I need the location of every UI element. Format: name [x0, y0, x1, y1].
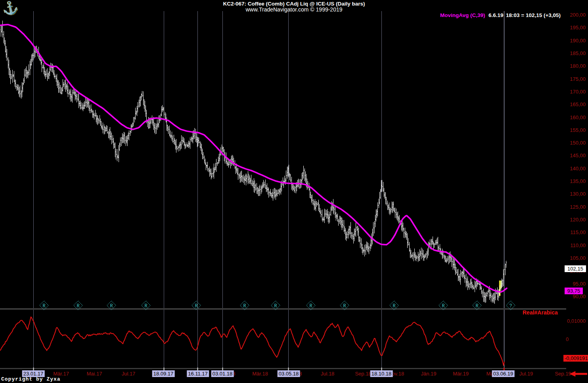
- price-axis-label: 130,00: [563, 191, 586, 197]
- date-axis-month-label: Sep.18: [355, 371, 371, 377]
- svg-text:R: R: [42, 303, 45, 309]
- moving-average-line[interactable]: [0, 25, 507, 292]
- price-axis-label: 160,00: [563, 114, 586, 120]
- date-axis-month-label: Mär.19: [453, 371, 469, 377]
- price-axis-label: 115,00: [563, 229, 586, 235]
- lower-last-value-box: -0,009191: [563, 355, 588, 362]
- lower-panel-label[interactable]: Real#Arabica: [523, 309, 558, 316]
- date-axis-month-label: Mär.18: [252, 371, 268, 377]
- price-axis-label: 195,00: [563, 25, 586, 30]
- svg-text:R: R: [274, 303, 277, 309]
- svg-text:R: R: [195, 303, 197, 309]
- svg-text:R: R: [343, 303, 346, 309]
- panel-separator: [0, 308, 566, 310]
- date-axis-highlighted-date[interactable]: 03.06.19: [492, 370, 515, 377]
- oscillator-line: [0, 317, 504, 366]
- svg-text:R: R: [243, 303, 246, 309]
- date-axis-highlighted-date[interactable]: 18.10.18: [370, 370, 393, 377]
- price-axis-label: 185,00: [563, 50, 586, 56]
- date-axis-highlighted-date[interactable]: 18.09.17: [152, 370, 175, 377]
- date-axis-highlighted-date[interactable]: 23.01.17: [22, 370, 45, 377]
- date-axis-month-label: Jän.19: [421, 371, 436, 377]
- price-axis-label: 165,00: [563, 101, 586, 107]
- price-axis-label: 140,00: [563, 166, 586, 171]
- date-axis-month-label: Jul.18: [321, 371, 335, 377]
- price-axis-label: 125,00: [563, 204, 586, 210]
- price-axis-label: 145,00: [563, 152, 586, 158]
- svg-text:R: R: [393, 303, 395, 309]
- date-axis-month-label: Sep.19: [555, 371, 571, 377]
- svg-text:R: R: [309, 303, 312, 309]
- ohlc-bars: [0, 21, 507, 304]
- date-axis-highlighted-date[interactable]: 03.01.18: [211, 370, 234, 377]
- price-axis-label: 90,00: [563, 293, 586, 299]
- date-tick: [222, 368, 223, 370]
- date-axis-month-label: Jul.17: [122, 371, 136, 377]
- price-axis-label: 175,00: [563, 76, 586, 82]
- date-tick: [288, 368, 289, 370]
- lower-axis-zero-label: 0: [566, 336, 569, 342]
- svg-text:R: R: [442, 303, 444, 309]
- date-tick: [33, 368, 34, 370]
- svg-text:R: R: [77, 303, 79, 309]
- date-tick: [164, 368, 165, 370]
- svg-text:R: R: [110, 303, 113, 309]
- trade-navigator-window: ⚓ KC2-067: Coffee (Comb) CAdj Liq @ ICE-…: [0, 0, 588, 383]
- price-axis-label: 170,00: [563, 89, 586, 95]
- price-axis-label: 105,00: [563, 255, 586, 261]
- price-axis-label: 200,00: [563, 12, 586, 18]
- price-axis-label: 95,00: [563, 281, 586, 287]
- date-axis-month-label: Mär.17: [53, 371, 69, 377]
- date-axis-month-label: Mai.17: [86, 371, 102, 377]
- svg-text:R: R: [144, 303, 147, 309]
- last-price-box: 102,15: [565, 265, 586, 272]
- chart-canvas[interactable]: RRRRRRRRRRRR?: [0, 0, 588, 383]
- copyright-text: Copyright by Zyxa: [1, 376, 61, 382]
- price-axis-label: 150,00: [563, 140, 586, 146]
- price-axis-label: 190,00: [563, 38, 586, 44]
- lower-axis-upper-label: 0,01000: [562, 318, 586, 324]
- price-axis-label: 180,00: [563, 63, 586, 69]
- date-tick: [197, 368, 198, 370]
- axis-separator: [0, 368, 566, 369]
- svg-text:R: R: [475, 303, 478, 309]
- price-axis-label: 120,00: [563, 217, 586, 223]
- price-axis-label: 135,00: [563, 178, 586, 184]
- svg-text:?: ?: [509, 303, 512, 309]
- date-tick: [381, 368, 382, 370]
- price-axis-label: 110,00: [563, 242, 586, 248]
- price-axis-label: 155,00: [563, 127, 586, 133]
- date-axis-month-label: Jul.19: [519, 371, 533, 377]
- date-axis-highlighted-date[interactable]: 16.11.17: [187, 370, 209, 377]
- date-axis-highlighted-date[interactable]: 03.05.18: [278, 370, 300, 377]
- ma-price-box: 93,75: [565, 288, 583, 294]
